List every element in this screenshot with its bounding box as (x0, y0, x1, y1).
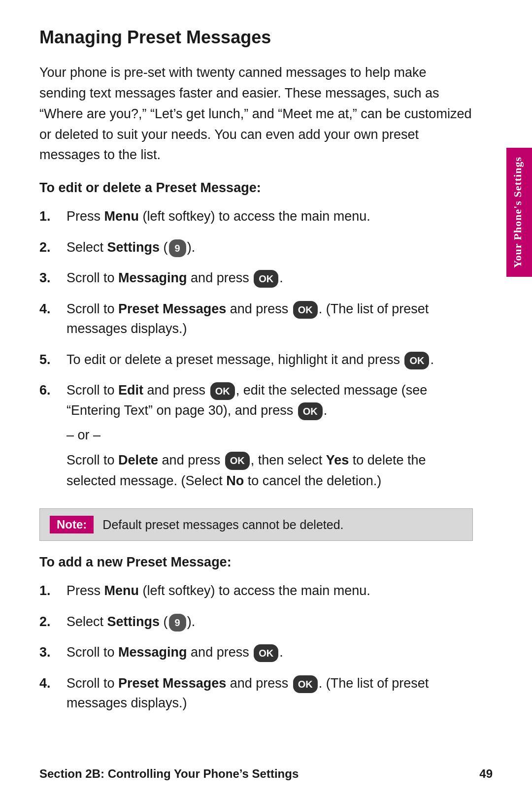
intro-text: Your phone is pre-set with twenty canned… (39, 63, 473, 166)
edit-step-6: 6. Scroll to Edit and press OK, edit the… (39, 380, 473, 496)
note-text: Default preset messages cannot be delete… (102, 518, 343, 532)
footer-right: 49 (479, 767, 493, 781)
step-content: Press Menu (left softkey) to access the … (66, 581, 473, 601)
page-container: Your Phone's Settings Managing Preset Me… (0, 0, 532, 798)
step-content: Select Settings (9). (66, 612, 473, 632)
edit-step-3: 3. Scroll to Messaging and press OK. (39, 268, 473, 288)
num-badge-9: 9 (169, 614, 186, 632)
add-step-4: 4. Scroll to Preset Messages and press O… (39, 673, 473, 713)
messaging-bold: Messaging (118, 270, 187, 285)
ok-badge: OK (293, 675, 318, 693)
step-content: Scroll to Edit and press OK, edit the se… (66, 380, 473, 496)
yes-bold: Yes (326, 453, 349, 467)
step-number: 3. (39, 268, 66, 288)
step-content: Scroll to Preset Messages and press OK. … (66, 299, 473, 339)
add-step-1: 1. Press Menu (left softkey) to access t… (39, 581, 473, 601)
step-content: Scroll to Preset Messages and press OK. … (66, 673, 473, 713)
note-label: Note: (50, 516, 94, 533)
step-sub-content: Scroll to Edit and press OK, edit the se… (66, 380, 473, 420)
delete-bold: Delete (118, 453, 158, 467)
section-title: Managing Preset Messages (39, 27, 473, 48)
messaging-bold: Messaging (118, 645, 187, 660)
continued-text: Scroll to Delete and press OK, then sele… (66, 450, 473, 492)
step-number: 3. (39, 642, 66, 663)
edit-step-1: 1. Press Menu (left softkey) to access t… (39, 206, 473, 227)
ok-badge: OK (254, 270, 278, 288)
num-badge-9: 9 (169, 239, 186, 257)
main-content: Managing Preset Messages Your phone is p… (0, 0, 532, 798)
step-number: 4. (39, 299, 66, 319)
footer-bar: Section 2B: Controlling Your Phone’s Set… (0, 767, 532, 781)
edit-step-4: 4. Scroll to Preset Messages and press O… (39, 299, 473, 339)
add-step-2: 2. Select Settings (9). (39, 612, 473, 632)
step-number: 1. (39, 581, 66, 601)
note-box: Note: Default preset messages cannot be … (39, 508, 473, 541)
add-steps-list: 1. Press Menu (left softkey) to access t… (39, 581, 473, 713)
ok-badge: OK (210, 382, 235, 400)
no-bold: No (226, 473, 244, 488)
settings-bold: Settings (107, 614, 160, 629)
ok-badge: OK (298, 402, 323, 420)
step-content: Scroll to Messaging and press OK. (66, 268, 473, 288)
add-heading: To add a new Preset Message: (39, 555, 473, 570)
ok-badge: OK (404, 352, 429, 369)
menu-bold: Menu (104, 209, 139, 224)
add-step-3: 3. Scroll to Messaging and press OK. (39, 642, 473, 663)
step-content: To edit or delete a preset message, high… (66, 350, 473, 370)
footer-left: Section 2B: Controlling Your Phone’s Set… (39, 767, 299, 781)
ok-badge: OK (254, 644, 278, 662)
step-content: Select Settings (9). (66, 237, 473, 258)
step-content: Press Menu (left softkey) to access the … (66, 206, 473, 227)
step-number: 2. (39, 612, 66, 632)
edit-bold: Edit (118, 383, 143, 398)
ok-badge: OK (293, 301, 318, 319)
or-divider: – or – (66, 425, 473, 445)
side-tab-label: Your Phone's Settings (511, 157, 524, 268)
step-number: 1. (39, 206, 66, 227)
step-number: 6. (39, 380, 66, 400)
preset-messages-bold: Preset Messages (118, 676, 226, 691)
step-number: 2. (39, 237, 66, 258)
edit-steps-list: 1. Press Menu (left softkey) to access t… (39, 206, 473, 496)
step-number: 5. (39, 350, 66, 370)
side-tab: Your Phone's Settings (506, 148, 532, 277)
menu-bold: Menu (104, 583, 139, 598)
step-content: Scroll to Messaging and press OK. (66, 642, 473, 663)
edit-step-2: 2. Select Settings (9). (39, 237, 473, 258)
preset-messages-bold: Preset Messages (118, 301, 226, 316)
step-number: 4. (39, 673, 66, 694)
settings-bold: Settings (107, 240, 160, 255)
edit-step-5: 5. To edit or delete a preset message, h… (39, 350, 473, 370)
ok-badge: OK (225, 452, 250, 470)
edit-heading: To edit or delete a Preset Message: (39, 180, 473, 196)
